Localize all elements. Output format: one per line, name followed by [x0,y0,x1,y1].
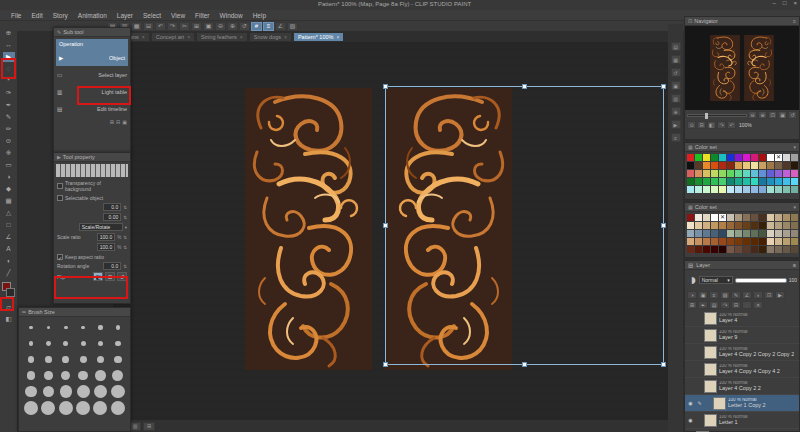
color-swatch[interactable] [759,230,766,237]
color-swatch[interactable] [743,186,750,193]
brush-size-20[interactable] [40,336,56,351]
spinner-icon[interactable]: ⇅ [123,215,127,220]
tab-close-icon[interactable]: × [240,34,243,40]
color-swatch[interactable] [735,246,742,253]
grid-icon[interactable]: # [251,22,262,31]
color-swatch[interactable] [751,222,758,229]
color-swatch[interactable] [703,222,710,229]
nav-zoom-in-icon[interactable]: ⊕ [758,111,767,119]
brush-size-750[interactable] [40,400,56,415]
layer-palette-icon[interactable]: ⊡ [764,291,774,299]
color-swatch[interactable] [695,154,702,161]
color-swatch[interactable] [687,154,694,161]
spinner-icon[interactable]: ⇅ [123,264,127,269]
save-icon[interactable]: ▦ [131,22,142,31]
color-swatch[interactable] [735,170,742,177]
color-swatch[interactable] [743,246,750,253]
color-swatch[interactable] [727,246,734,253]
brush-size-250[interactable] [75,368,91,383]
layer-mask-icon[interactable]: ◖ [753,291,763,299]
document-tab-4[interactable]: Pattern* 100%× [293,32,344,42]
color-swatch[interactable] [703,170,710,177]
brush-size-25[interactable] [58,336,74,351]
flip-horizontal-button[interactable]: ◧ [93,272,103,281]
color-swatch[interactable] [687,178,694,185]
color-swatch[interactable] [695,162,702,169]
brush-size-500[interactable] [58,384,74,399]
gradient-tool-icon[interactable]: ▦ [3,196,15,206]
brush-size-30[interactable] [75,336,91,351]
timeline-tab-icon[interactable]: ≡ [671,133,681,142]
new-folder-icon[interactable]: ▤ [709,301,719,309]
tool-property-value[interactable]: 100.0 [97,233,116,241]
layer-row-0[interactable]: 100 % NormalLayer 4 [685,310,799,327]
color-swatch[interactable] [767,154,774,161]
color-swatch[interactable] [783,238,790,245]
merge-layer-icon[interactable]: ⊟ [731,301,741,309]
figure-tool-icon[interactable]: △ [3,208,15,218]
color-swatch[interactable] [743,238,750,245]
brush-size-3[interactable] [58,320,74,335]
menu-select[interactable]: Select [138,12,166,19]
sub-tool-footer-icon-0[interactable]: ⊞ [110,119,114,125]
color-swatch[interactable] [775,246,782,253]
layer-ruler-icon[interactable]: ∠ [742,291,752,299]
item-bank-tab-icon[interactable]: ▥ [671,94,681,103]
redo-icon[interactable]: ↷ [167,22,178,31]
layer-row-3[interactable]: 100 % NormalLayer 4 Copy 4 Copy 4 2 [685,361,799,378]
color-swatch[interactable] [783,154,790,161]
document-tab-3[interactable]: Snow dogs× [249,32,292,42]
subtool-edit-timeline[interactable]: ▤Edit timeline [54,100,130,117]
color-swatch[interactable] [767,170,774,177]
spinner-icon[interactable]: ⇅ [123,245,127,250]
sub-tool-footer-icon-2[interactable]: ▣ [122,119,127,125]
paste-icon[interactable]: ▣ [203,22,214,31]
color-swatch[interactable] [743,222,750,229]
nav-reset-icon[interactable]: ↺ [788,111,797,119]
selection-handle[interactable] [661,223,666,228]
history-tab-icon[interactable]: ↺ [671,68,681,77]
color-swatch[interactable] [767,214,774,221]
color-swatch[interactable] [783,162,790,169]
color-swatch[interactable] [783,214,790,221]
checkbox-icon[interactable]: ✓ [57,254,63,260]
color-swatch[interactable] [719,170,726,177]
layer-row-1[interactable]: 100 % NormalLayer 9 [685,327,799,344]
navigator-menu-icon[interactable]: ≡ [793,18,796,24]
brush-size-120[interactable] [110,352,126,367]
transfer-layer-icon[interactable]: ↷ [720,301,730,309]
tool-property-value[interactable]: 0.0 [103,203,121,211]
rotate-icon[interactable]: ↺ [239,22,250,31]
rotate-90-button[interactable]: ↺ [117,272,127,281]
color-swatch[interactable] [743,170,750,177]
color-swatch[interactable] [751,178,758,185]
color-swatch[interactable] [687,222,694,229]
color-swatch[interactable] [759,214,766,221]
color-swatch[interactable] [783,222,790,229]
layer-row-2[interactable]: 100 % NormalLayer 4 Copy 2 Copy 2 Copy 2 [685,344,799,361]
correct-line-tool-icon[interactable]: ╱ [3,268,15,278]
color-swatch[interactable] [687,246,694,253]
color-swatch[interactable] [751,162,758,169]
color-swatch[interactable] [719,186,726,193]
spinner-icon[interactable]: ⇅ [123,235,127,240]
color-swatch[interactable]: ✕ [775,154,782,161]
color-swatch[interactable] [735,154,742,161]
layer-row-4[interactable]: 100 % NormalLayer 4 Copy 2 2 [685,378,799,395]
color-swatch[interactable] [759,162,766,169]
color-swatch[interactable] [687,170,694,177]
nav-actual-icon[interactable]: ▣ [778,111,787,119]
blend-tool-icon[interactable]: ◑ [3,172,15,182]
zoom-tool-icon[interactable]: ⊕ [3,28,15,38]
color-swatch[interactable] [743,178,750,185]
color-swatch[interactable] [735,162,742,169]
color-swatch[interactable] [775,170,782,177]
color-swatch[interactable] [751,170,758,177]
color-swatch[interactable] [751,186,758,193]
brush-size-1000[interactable] [110,400,126,415]
background-color-swatch[interactable] [6,288,15,297]
airbrush-tool-icon[interactable]: ⊙ [3,136,15,146]
move-tool-icon[interactable]: ↔ [3,40,15,50]
opacity-slider[interactable] [735,278,787,283]
color-swatch[interactable] [687,214,694,221]
